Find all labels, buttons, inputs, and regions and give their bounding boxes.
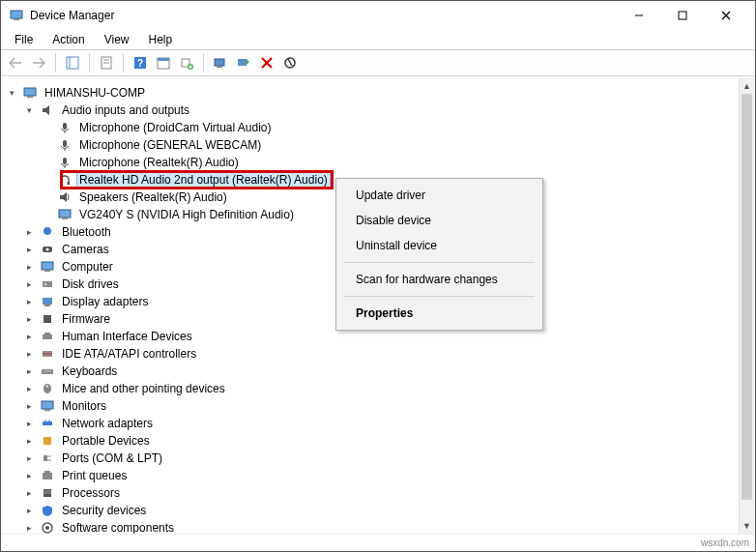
category-icon <box>40 398 55 414</box>
ctx-properties[interactable]: Properties <box>338 301 540 326</box>
device-label: Microphone (Realtek(R) Audio) <box>76 155 242 170</box>
scan-hardware-button[interactable] <box>210 52 231 73</box>
chevron-right-icon[interactable]: ▸ <box>22 486 36 500</box>
context-menu: Update driver Disable device Uninstall d… <box>335 178 543 331</box>
chevron-right-icon[interactable]: ▸ <box>22 434 36 448</box>
window-title: Device Manager <box>30 9 114 22</box>
audio-device[interactable]: Microphone (DroidCam Virtual Audio) <box>40 119 755 136</box>
category-label: IDE ATA/ATAPI controllers <box>59 346 199 362</box>
calendar-icon[interactable] <box>153 52 174 73</box>
update-driver-button[interactable] <box>233 52 254 73</box>
category-item[interactable]: ▸IDE ATA/ATAPI controllers <box>22 345 755 363</box>
chevron-right-icon[interactable]: ▸ <box>22 330 36 343</box>
disable-device-button[interactable] <box>279 52 301 73</box>
svg-rect-19 <box>215 59 224 66</box>
chevron-right-icon[interactable]: ▸ <box>22 312 36 326</box>
category-item[interactable]: ▸Security devices <box>22 502 755 519</box>
svg-rect-59 <box>44 437 51 445</box>
category-item[interactable]: ▸Keyboards <box>22 363 755 380</box>
close-button[interactable] <box>704 1 747 30</box>
chevron-right-icon[interactable]: ▸ <box>22 225 36 239</box>
audio-device[interactable]: Microphone (GENERAL WEBCAM) <box>40 136 755 154</box>
svg-rect-26 <box>27 96 33 98</box>
chevron-down-icon[interactable]: ▾ <box>5 86 18 100</box>
category-label: Human Interface Devices <box>59 329 195 344</box>
tree-root[interactable]: ▾ HIMANSHU-COMP <box>5 84 755 102</box>
category-item[interactable]: ▸Software components <box>22 519 755 534</box>
category-icon <box>40 433 55 449</box>
category-icon <box>40 363 55 379</box>
category-label: Software components <box>59 520 177 534</box>
vertical-scrollbar[interactable]: ▲ ▼ <box>739 78 754 534</box>
minimize-button[interactable] <box>617 1 660 30</box>
category-label: Display adapters <box>59 294 151 309</box>
category-item[interactable]: ▸Print queues <box>22 467 755 484</box>
show-hide-tree-button[interactable] <box>62 52 83 73</box>
category-label: Monitors <box>59 398 109 414</box>
category-label: Keyboards <box>59 363 120 379</box>
ctx-update-driver[interactable]: Update driver <box>338 183 540 208</box>
chevron-right-icon[interactable]: ▸ <box>22 382 36 395</box>
category-icon <box>40 259 55 275</box>
maximize-button[interactable] <box>660 1 704 30</box>
uninstall-device-button[interactable] <box>256 52 277 73</box>
chevron-right-icon[interactable]: ▸ <box>22 417 36 430</box>
chevron-right-icon[interactable]: ▸ <box>22 260 36 274</box>
category-item[interactable]: ▸Mice and other pointing devices <box>22 380 755 397</box>
category-icon <box>40 468 55 483</box>
category-label: Processors <box>59 485 123 501</box>
chevron-right-icon[interactable]: ▸ <box>22 347 36 361</box>
scrollbar-thumb[interactable] <box>741 94 752 500</box>
menu-action[interactable]: Action <box>44 31 92 48</box>
menu-help[interactable]: Help <box>141 31 181 48</box>
audio-device[interactable]: Microphone (Realtek(R) Audio) <box>40 154 755 171</box>
forward-button[interactable] <box>28 52 49 73</box>
chevron-right-icon[interactable]: ▸ <box>22 521 36 534</box>
svg-rect-0 <box>11 11 22 18</box>
chevron-right-icon[interactable]: ▸ <box>22 399 36 413</box>
category-label: Security devices <box>59 503 149 518</box>
category-item[interactable]: ▸Network adapters <box>22 415 755 432</box>
back-button[interactable] <box>5 52 26 73</box>
scroll-down-icon[interactable]: ▼ <box>740 518 754 534</box>
svg-text:?: ? <box>137 58 143 69</box>
svg-rect-1 <box>14 18 19 20</box>
chevron-down-icon[interactable]: ▾ <box>22 103 36 117</box>
chevron-right-icon[interactable]: ▸ <box>22 504 36 517</box>
category-label: Computer <box>59 259 116 275</box>
chevron-right-icon[interactable]: ▸ <box>22 451 36 465</box>
help-button[interactable]: ? <box>130 52 151 73</box>
category-label: Bluetooth <box>59 224 114 240</box>
category-label: Ports (COM & LPT) <box>59 450 165 466</box>
ctx-uninstall-device[interactable]: Uninstall device <box>338 233 540 258</box>
add-legacy-icon[interactable] <box>176 52 197 73</box>
svg-rect-45 <box>44 315 51 323</box>
ctx-disable-device[interactable]: Disable device <box>338 208 540 233</box>
category-label: Network adapters <box>59 416 156 431</box>
category-icon <box>40 503 55 518</box>
svg-rect-33 <box>60 182 63 185</box>
category-icon <box>40 276 55 292</box>
category-label: Firmware <box>59 311 113 327</box>
scroll-up-icon[interactable]: ▲ <box>740 78 754 94</box>
category-item[interactable]: ▸Processors <box>22 484 755 502</box>
properties-button[interactable] <box>96 52 117 73</box>
svg-rect-47 <box>44 333 50 334</box>
menu-view[interactable]: View <box>97 31 137 48</box>
category-icon <box>40 224 55 240</box>
category-item[interactable]: ▸Ports (COM & LPT) <box>22 450 755 467</box>
chevron-right-icon[interactable]: ▸ <box>22 295 36 308</box>
chevron-right-icon[interactable]: ▸ <box>22 364 36 378</box>
category-item[interactable]: ▸Portable Devices <box>22 432 755 450</box>
chevron-right-icon[interactable]: ▸ <box>22 469 36 482</box>
chevron-right-icon[interactable]: ▸ <box>22 243 36 256</box>
category-label: Cameras <box>59 242 112 257</box>
category-audio[interactable]: ▾ Audio inputs and outputs <box>22 102 755 119</box>
device-icon <box>57 189 73 205</box>
ctx-separator <box>344 262 535 263</box>
chevron-right-icon[interactable]: ▸ <box>22 277 36 291</box>
svg-rect-14 <box>158 58 169 61</box>
category-item[interactable]: ▸Monitors <box>22 397 755 415</box>
menu-file[interactable]: File <box>7 31 41 48</box>
ctx-scan-hardware[interactable]: Scan for hardware changes <box>338 267 540 292</box>
